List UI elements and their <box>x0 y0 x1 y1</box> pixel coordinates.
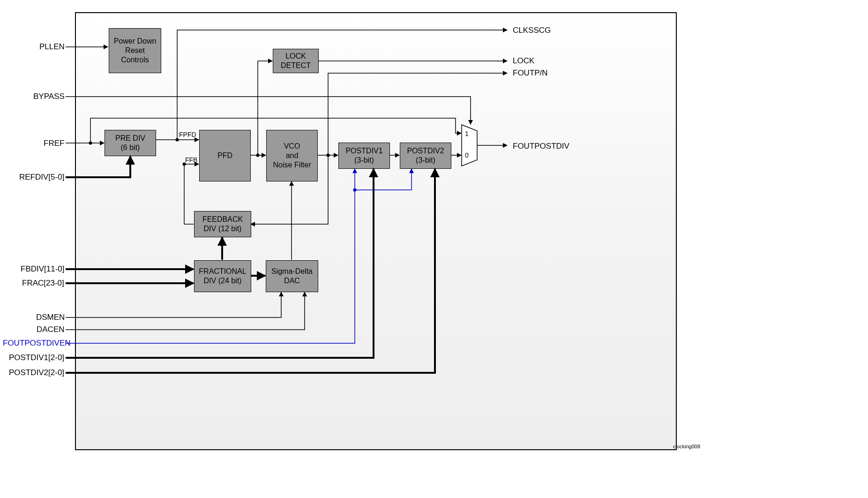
mux-input-0-label: 0 <box>465 151 469 159</box>
mux-input-1-label: 1 <box>465 130 469 137</box>
label-lock: LOCK <box>513 56 534 66</box>
block-postdiv2: POSTDIV2(3-bit) <box>400 143 451 169</box>
mux-bypass: 1 0 <box>461 124 490 166</box>
label-frac: FRAC[23-0] <box>22 279 64 288</box>
block-lock-detect: LOCKDETECT <box>273 49 319 73</box>
label-foutpostdiv: FOUTPOSTDIV <box>513 142 569 151</box>
block-fractional-div: FRACTIONALDIV (24 bit) <box>194 260 251 292</box>
main-container <box>75 12 677 450</box>
label-ffb: FFB <box>185 156 197 164</box>
label-postdiv2: POSTDIV2[2-0] <box>9 368 64 377</box>
label-foutpn: FOUTP/N <box>513 68 548 78</box>
block-prediv: PRE DIV(6 bit) <box>105 130 156 156</box>
block-pfd: PFD <box>199 130 251 181</box>
label-fref: FREF <box>44 139 64 148</box>
label-postdiv1: POSTDIV1[2-0] <box>9 353 64 362</box>
label-fpfd: FPFD <box>179 131 196 138</box>
label-dacen: DACEN <box>37 325 65 334</box>
block-feedback-div: FEEDBACKDIV (12 bit) <box>194 211 251 237</box>
label-fbdiv: FBDIV[11-0] <box>21 264 65 274</box>
label-foutpostdiven: FOUTPOSTDIVEN <box>3 339 71 348</box>
label-refdiv: REFDIV[5-0] <box>19 173 64 182</box>
block-power-down-reset: Power DownResetControls <box>109 28 161 73</box>
block-sigma-delta-dac: Sigma-DeltaDAC <box>266 260 318 292</box>
label-dsmen: DSMEN <box>36 313 65 322</box>
block-postdiv1: POSTDIV1(3-bit) <box>338 143 390 169</box>
label-clksscg: CLKSSCG <box>513 26 551 35</box>
block-vco-noise-filter: VCOandNoise Filter <box>266 130 318 181</box>
label-bypass: BYPASS <box>33 92 65 101</box>
footer-id: clocking008 <box>673 444 700 449</box>
label-pllen: PLLEN <box>39 42 65 52</box>
svg-marker-0 <box>462 125 477 166</box>
